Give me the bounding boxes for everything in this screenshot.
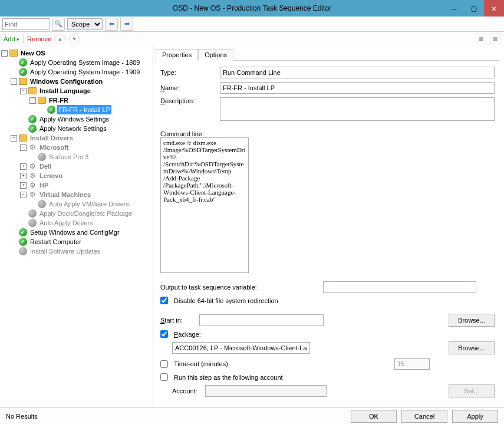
gear-icon <box>28 172 37 180</box>
move-up-icon[interactable]: ▲ <box>55 34 65 44</box>
tree-item[interactable]: Setup Windows and ConfigMgr <box>29 228 121 237</box>
cancel-button[interactable]: Cancel <box>401 410 447 423</box>
tree-root[interactable]: New OS <box>19 48 47 58</box>
tree-group[interactable]: Install Drivers <box>29 133 74 143</box>
check-icon <box>19 228 27 236</box>
misc-icon-1[interactable]: ▦ <box>476 34 486 44</box>
tree-item[interactable]: Apply Operating System Image - 1809 <box>29 58 141 67</box>
gear-icon <box>28 181 37 189</box>
gray-icon <box>38 200 46 208</box>
tree-group[interactable]: Virtual Machines <box>38 190 92 199</box>
tab-properties[interactable]: Properties <box>156 49 198 61</box>
type-field <box>220 67 495 78</box>
startin-label: Start in: <box>160 317 196 324</box>
toggle-icon[interactable]: + <box>20 163 27 170</box>
description-field[interactable] <box>220 97 495 121</box>
package-field[interactable] <box>172 342 310 354</box>
gray-icon <box>28 209 37 218</box>
tree-group[interactable]: HP <box>38 180 50 190</box>
apply-button[interactable]: Apply <box>452 410 498 423</box>
commandline-field[interactable]: cmd.exe /c dism.exe /Image:%OSDTargetSys… <box>160 137 249 273</box>
task-tree[interactable]: −New OS Apply Operating System Image - 1… <box>0 46 153 407</box>
action-toolbar: Add Remove ▲ ▼ ▦ ▦ <box>0 32 504 46</box>
disable64-label: Disable 64-bit file system redirection <box>174 297 278 304</box>
toggle-icon[interactable]: + <box>20 182 27 189</box>
tree-item[interactable]: Apply Windows Settings <box>38 114 110 124</box>
account-label: Account: <box>172 387 202 395</box>
check-icon <box>47 106 55 114</box>
tree-group[interactable]: Lenovo <box>38 171 64 180</box>
toggle-icon[interactable]: − <box>20 144 27 151</box>
gear-icon <box>28 190 37 199</box>
tree-item[interactable]: Restart Computer <box>29 237 83 246</box>
window-title: OSD - New OS - Production Task Sequence … <box>173 4 331 12</box>
package-label: Package: <box>174 331 201 338</box>
folder-icon <box>38 96 46 104</box>
remove-button[interactable]: Remove <box>27 35 51 42</box>
tree-item[interactable]: Surface Pro 3 <box>48 152 90 162</box>
find-input[interactable] <box>2 18 50 30</box>
tree-item[interactable]: Auto Apply Drivers <box>38 218 94 228</box>
tree-item[interactable]: Apply Dock/Dongle/etc Package <box>38 209 133 218</box>
folder-icon <box>28 87 37 95</box>
close-button[interactable]: ✕ <box>484 0 504 17</box>
output-var-field[interactable] <box>323 281 476 293</box>
tree-item[interactable]: Auto Apply VMWare Drivers <box>48 199 130 209</box>
check-icon <box>19 238 27 246</box>
status-bar: No Results OK Cancel Apply <box>0 407 504 424</box>
toggle-icon[interactable]: − <box>11 78 17 85</box>
tree-group[interactable]: Windows Configuration <box>29 77 104 86</box>
runas-checkbox[interactable] <box>160 373 168 381</box>
folder-icon <box>9 49 18 57</box>
name-field[interactable] <box>220 82 495 94</box>
toggle-icon[interactable]: − <box>29 97 36 104</box>
package-checkbox[interactable] <box>160 330 168 338</box>
type-label: Type: <box>160 69 216 76</box>
tree-group[interactable]: Install Language <box>38 86 92 96</box>
toggle-icon[interactable]: + <box>20 173 27 179</box>
maximize-button[interactable]: ▢ <box>464 0 484 17</box>
tree-item-selected[interactable]: FR-FR - Install LP <box>57 105 111 114</box>
move-down-icon[interactable]: ▼ <box>69 34 80 44</box>
timeout-checkbox[interactable] <box>160 360 168 368</box>
output-var-label: Output to task sequence variable: <box>160 284 319 291</box>
titlebar: OSD - New OS - Production Task Sequence … <box>0 0 504 17</box>
minimize-button[interactable]: — <box>444 0 464 17</box>
toggle-icon[interactable]: − <box>1 50 8 57</box>
search-icon[interactable]: 🔍 <box>52 18 65 31</box>
runas-label: Run this step as the following account <box>174 374 283 381</box>
window-buttons: — ▢ ✕ <box>444 0 504 17</box>
add-menu[interactable]: Add <box>4 35 19 42</box>
tree-item[interactable]: Install Software Updates <box>29 246 101 256</box>
browse-startin-button[interactable]: Browse... <box>449 314 495 327</box>
check-icon <box>19 68 27 76</box>
toggle-icon[interactable]: − <box>20 192 27 198</box>
check-icon <box>28 115 37 123</box>
description-label: Description: <box>160 97 216 104</box>
tree-group[interactable]: Dell <box>38 162 52 171</box>
ok-button[interactable]: OK <box>351 410 397 423</box>
browse-package-button[interactable]: Browse... <box>449 341 495 354</box>
toggle-icon[interactable]: − <box>20 88 27 94</box>
gray-icon <box>19 247 27 255</box>
misc-icon-2[interactable]: ▦ <box>490 34 500 44</box>
folder-icon <box>19 134 27 142</box>
nav-forward-icon[interactable]: ➡ <box>120 18 133 31</box>
gear-icon <box>28 162 37 170</box>
tree-item[interactable]: Apply Network Settings <box>38 124 108 133</box>
commandline-label: Command line: <box>160 130 495 137</box>
disable64-checkbox[interactable] <box>160 297 168 304</box>
tab-options[interactable]: Options <box>198 49 233 61</box>
status-text: No Results <box>6 413 346 420</box>
tree-item[interactable]: Apply Operating System Image - 1909 <box>29 67 141 77</box>
gray-icon <box>38 153 46 161</box>
timeout-field <box>394 358 430 370</box>
toggle-icon[interactable]: − <box>11 135 17 142</box>
startin-field[interactable] <box>199 314 324 326</box>
tree-group[interactable]: FR-FR <box>48 96 70 105</box>
check-icon <box>19 58 27 67</box>
nav-back-icon[interactable]: ⬅ <box>105 18 118 31</box>
find-toolbar: 🔍 Scope ⬅ ➡ <box>0 17 504 32</box>
scope-select[interactable]: Scope <box>67 18 103 30</box>
tree-group[interactable]: Microsoft <box>38 143 70 152</box>
